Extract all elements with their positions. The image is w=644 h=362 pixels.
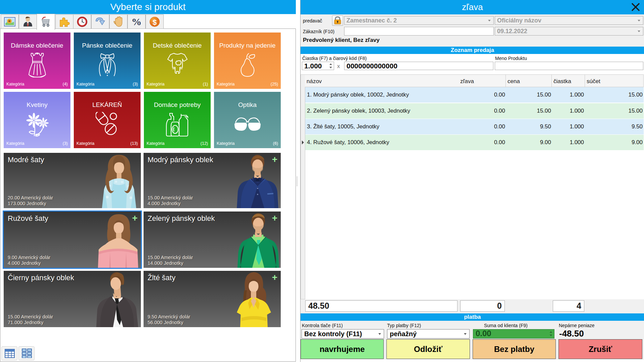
svg-text:%: % bbox=[131, 17, 142, 27]
svg-text:$: $ bbox=[153, 18, 157, 26]
